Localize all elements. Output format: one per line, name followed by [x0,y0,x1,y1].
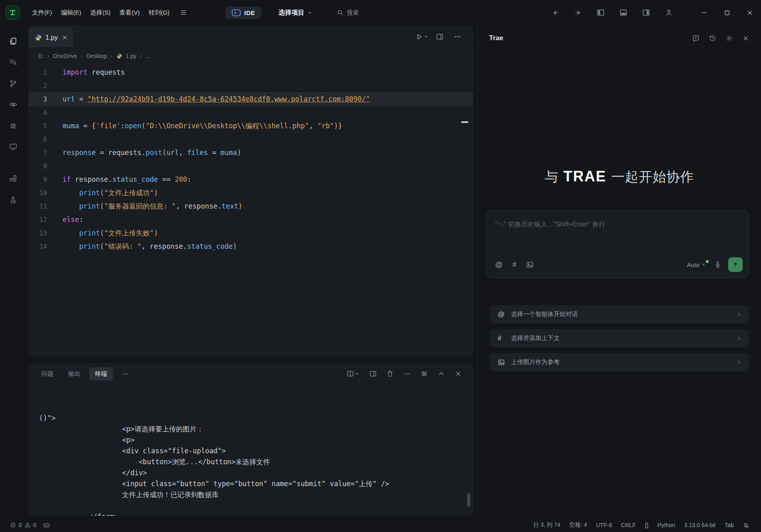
close-panel-icon[interactable] [455,370,462,377]
microphone-icon[interactable] [714,261,722,269]
menu-goto[interactable]: 转到(G) [144,6,174,19]
menu-view[interactable]: 查看(V) [115,6,144,19]
code-line[interactable]: 1import requests [28,66,473,79]
panel-tab-problems[interactable]: 问题 [36,367,59,381]
project-selector[interactable]: 选择项目 [278,9,313,17]
search-files-icon[interactable] [4,53,22,71]
project-selector-label: 选择项目 [278,9,304,17]
breadcrumb-item[interactable]: OneDrive [53,53,77,59]
tab-focus-status[interactable]: Tab [724,522,734,528]
tab-1py[interactable]: 1.py ✕ [28,28,73,47]
preview-eye-icon[interactable] [4,95,22,114]
overview-ruler-mark [461,121,468,123]
panel-tab-terminal[interactable]: 终端 [89,367,113,381]
terminal-line: ()"> [39,413,473,424]
chat-input-placeholder: "↑↓" 切换历史输入，"Shift+Enter" 换行 [495,220,605,229]
eol-status[interactable]: CRLF [621,522,636,528]
app-logo-icon[interactable] [6,6,19,19]
account-icon[interactable] [662,6,676,19]
context-hash-icon[interactable]: # [512,261,516,269]
ide-badge[interactable]: IDE [225,6,262,19]
code-line[interactable]: 8 [28,159,473,173]
breadcrumb-item[interactable]: 1.py [126,53,136,59]
forward-icon[interactable] [571,6,585,19]
minimize-button[interactable] [693,0,716,25]
language-mode[interactable]: Python [658,522,675,528]
code-line[interactable]: 7response = requests.post(url, files = m… [28,146,473,159]
split-terminal-icon[interactable] [369,370,377,377]
context-picker-row[interactable]: # 选择并添加上下文 [490,329,749,347]
brackets-status[interactable]: {} [645,522,649,528]
more-menus-icon[interactable] [177,6,190,19]
code-line[interactable]: 3url = "http://92a24b91-d19b-4d24-8c5a-6… [28,93,473,106]
code-editor[interactable]: 1import requests23url = "http://92a24b91… [28,64,473,253]
tab-close-icon[interactable]: ✕ [62,34,67,41]
toggle-panel-icon[interactable] [617,6,630,19]
more-panel-actions-icon[interactable] [403,370,411,377]
python-interpreter[interactable]: 3.13.0 64-bit [684,522,716,528]
debug-bug-icon[interactable] [4,116,22,135]
chat-input-box[interactable]: "↑↓" 切换历史输入，"Shift+Enter" 换行 @ # Auto [486,210,749,278]
terminal-settings-icon[interactable] [420,370,428,377]
indentation-status[interactable]: 空格: 4 [569,521,587,529]
code-line[interactable]: 9if response.status_code == 200: [28,173,473,186]
more-actions-icon[interactable] [451,30,464,43]
maximize-panel-icon[interactable] [438,370,445,377]
terminal-output[interactable]: ()"> <p>请选择要上传的图片： <p> <div class="file-… [28,384,473,516]
menu-file[interactable]: 文件(F) [28,6,56,19]
remote-monitor-icon[interactable] [4,137,22,156]
problems-status[interactable]: 0 0 [10,522,37,528]
new-terminal-dropdown[interactable] [347,370,360,377]
breadcrumb-item[interactable]: D: [38,53,44,59]
panel-more-tabs-icon[interactable] [119,367,132,381]
menu-edit[interactable]: 编辑(E) [56,6,86,19]
code-line[interactable]: 10 print("文件上传成功") [28,186,473,200]
menu-selection[interactable]: 选择(S) [86,6,115,19]
new-chat-icon[interactable] [692,34,700,42]
settings-gear-icon[interactable] [725,34,733,42]
toggle-right-sidebar-icon[interactable] [639,6,653,19]
back-icon[interactable] [548,6,562,19]
attach-image-icon[interactable] [526,258,534,271]
cursor-position[interactable]: 行 3, 列 74 [533,521,561,529]
code-line[interactable]: 11 print("服务器返回的信息: ", response.text) [28,200,473,213]
agent-picker-row[interactable]: @ 选择一个智能体开始对话 [490,305,749,323]
run-button[interactable] [415,30,429,43]
context-picker-label: 选择并添加上下文 [511,334,560,342]
notifications-muted-icon[interactable] [743,522,750,529]
breadcrumb-item[interactable]: Desktop [86,53,107,59]
code-line[interactable]: 5muma = {'file':open("D:\\OneDrive\\Desk… [28,119,473,133]
explorer-icon[interactable] [4,32,22,50]
source-control-icon[interactable] [4,74,22,93]
panel-tab-output[interactable]: 输出 [63,367,86,381]
code-line[interactable]: 13 print("文件上传失败") [28,226,473,240]
history-icon[interactable] [709,34,716,42]
extensions-icon[interactable] [4,170,22,188]
play-icon [415,33,423,41]
code-line[interactable]: 12else: [28,213,473,226]
ide-badge-label: IDE [244,9,255,16]
window-controls [693,0,761,25]
toggle-left-sidebar-icon[interactable] [594,6,608,19]
testing-flask-icon[interactable] [4,191,22,209]
breadcrumb-item[interactable]: ... [146,53,151,59]
split-editor-icon[interactable] [433,30,446,43]
encoding-status[interactable]: UTF-8 [596,522,612,528]
send-button[interactable] [728,257,743,272]
search-button[interactable]: 搜索 [337,9,359,17]
model-selector[interactable]: Auto [687,261,706,268]
terminal-line: <button>浏览...</button>未选择文件 [39,457,473,467]
upload-image-row[interactable]: 上传图片作为参考 [490,353,749,371]
code-line[interactable]: 4 [28,106,473,119]
close-trae-icon[interactable] [742,34,750,42]
code-line[interactable]: 2 [28,79,473,93]
mention-icon[interactable]: @ [495,261,502,269]
terminal-scrollbar[interactable] [467,493,470,507]
terminal-line: 文件上传成功！已记录到数据库 [39,489,473,500]
maximize-button[interactable] [716,0,738,25]
kill-terminal-icon[interactable] [386,370,394,377]
code-line[interactable]: 6 [28,133,473,146]
close-button[interactable] [738,0,761,25]
ports-icon[interactable] [43,522,50,529]
code-line[interactable]: 14 print("错误码: ", response.status_code) [28,240,473,253]
